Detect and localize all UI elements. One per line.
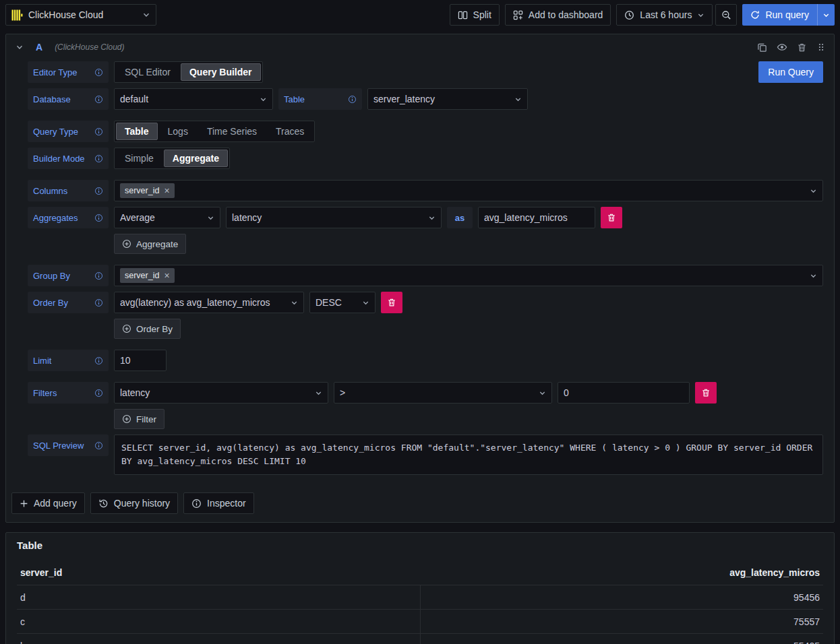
zoom-out-button[interactable] [715, 4, 737, 26]
table-select[interactable]: server_latency [367, 88, 528, 110]
table-cell: d [17, 585, 420, 609]
add-to-dashboard-button[interactable]: Add to dashboard [505, 4, 611, 26]
order-by-label: Order By [28, 292, 109, 313]
info-icon [94, 187, 103, 195]
run-query-split-button: Run query [742, 4, 835, 26]
info-circle-icon [191, 498, 202, 509]
database-select[interactable]: default [114, 88, 273, 110]
limit-label: Limit [28, 350, 109, 371]
sql-preview-text: SELECT server_id, avg(latency) as avg_la… [114, 434, 823, 475]
inspector-button[interactable]: Inspector [183, 492, 254, 514]
selected-column-tag: server_id × [120, 183, 175, 198]
aggregates-label: Aggregates [28, 207, 109, 228]
chevron-down-icon [810, 272, 817, 280]
option-query-builder[interactable]: Query Builder [181, 63, 261, 81]
aggregate-alias-input[interactable] [478, 207, 595, 228]
split-icon [458, 10, 468, 20]
option-sql-editor[interactable]: SQL Editor [116, 63, 179, 81]
add-order-by-button[interactable]: Order By [114, 319, 181, 339]
filters-row: Filters latency > [28, 382, 823, 404]
clickhouse-logo-icon [11, 9, 23, 21]
limit-input[interactable] [114, 350, 167, 371]
plus-circle-icon [122, 414, 131, 424]
toggle-visibility-icon[interactable] [777, 42, 787, 53]
info-icon [94, 356, 103, 365]
chevron-down-icon [142, 11, 150, 19]
option-time-series[interactable]: Time Series [198, 123, 266, 140]
info-icon [94, 154, 103, 163]
remove-tag-icon[interactable]: × [164, 271, 169, 280]
query-history-button[interactable]: Query history [90, 492, 178, 514]
info-icon [94, 95, 103, 104]
limit-row: Limit [28, 350, 823, 371]
run-query-interval-dropdown[interactable] [817, 4, 835, 26]
drag-handle-icon[interactable] [816, 42, 826, 52]
remove-filter-button[interactable] [695, 382, 717, 404]
info-icon [94, 271, 103, 280]
datasource-name: ClickHouse Cloud [28, 9, 137, 20]
add-to-dashboard-label: Add to dashboard [529, 9, 603, 20]
builder-mode-toggle: Simple Aggregate [114, 148, 230, 169]
option-table[interactable]: Table [116, 123, 158, 140]
chevron-down-icon [697, 11, 704, 19]
remove-tag-icon[interactable]: × [164, 186, 169, 195]
time-range-picker[interactable]: Last 6 hours [616, 4, 713, 26]
sql-preview-row: SQL Preview SELECT server_id, avg(latenc… [28, 434, 823, 475]
add-query-button[interactable]: Add query [11, 492, 85, 514]
info-icon [94, 214, 103, 222]
add-aggregate-row: Aggregate [28, 234, 823, 254]
run-query-editor-button[interactable]: Run Query [758, 61, 823, 83]
filters-label: Filters [28, 382, 109, 404]
add-aggregate-button[interactable]: Aggregate [114, 234, 186, 254]
column-header-server-id[interactable]: server_id [17, 560, 420, 585]
aggregate-function-select[interactable]: Average [114, 207, 220, 228]
info-icon [348, 95, 357, 104]
split-button[interactable]: Split [450, 4, 500, 26]
database-label: Database [28, 88, 109, 110]
query-type-row: Query Type Table Logs Time Series Traces [28, 121, 823, 142]
remove-aggregate-button[interactable] [601, 207, 622, 228]
editor-footer: Add query Query history Inspector [6, 492, 834, 514]
selected-group-by-tag: server_id × [120, 268, 175, 283]
filter-operator-select[interactable]: > [334, 382, 552, 404]
filter-column-select[interactable]: latency [114, 382, 328, 404]
datasource-picker[interactable]: ClickHouse Cloud [5, 4, 156, 26]
option-traces[interactable]: Traces [267, 123, 313, 140]
table-cell: 95456 [420, 585, 823, 609]
add-filter-button[interactable]: Filter [114, 409, 164, 429]
option-simple[interactable]: Simple [116, 150, 162, 167]
time-range-label: Last 6 hours [640, 9, 692, 20]
aggregate-column-select[interactable]: latency [226, 207, 442, 228]
option-aggregate[interactable]: Aggregate [164, 150, 228, 167]
filter-value-input[interactable] [558, 382, 690, 404]
info-icon [94, 389, 103, 397]
column-header-avg-latency[interactable]: avg_latency_micros [420, 560, 823, 585]
columns-multiselect[interactable]: server_id × [114, 180, 823, 201]
option-logs[interactable]: Logs [159, 123, 197, 140]
remove-query-icon[interactable] [797, 42, 807, 53]
duplicate-query-icon[interactable] [757, 42, 767, 53]
add-filter-row: Filter [28, 409, 823, 429]
editor-type-toggle: SQL Editor Query Builder [114, 61, 263, 83]
add-order-by-row: Order By [28, 319, 823, 339]
collapse-chevron-icon[interactable] [16, 43, 24, 51]
database-table-row: Database default Table server_latency [28, 88, 823, 110]
run-query-button[interactable]: Run query [742, 4, 817, 26]
editor-type-row: Editor Type SQL Editor Query Builder Run… [28, 61, 823, 83]
chevron-down-icon [428, 214, 436, 222]
chevron-down-icon [362, 299, 369, 307]
query-editor-panel: A (ClickHouse Cloud) Editor Type [5, 34, 835, 523]
clock-icon [624, 10, 634, 20]
dashboard-grid-icon [513, 10, 523, 20]
split-label: Split [473, 9, 491, 20]
order-direction-select[interactable]: DESC [309, 292, 376, 313]
order-by-row: Order By avg(latency) as avg_latency_mic… [28, 292, 823, 313]
editor-type-label: Editor Type [28, 61, 109, 83]
builder-mode-label: Builder Mode [28, 148, 109, 169]
query-row-actions [757, 42, 826, 53]
chevron-down-icon [291, 299, 298, 307]
group-by-multiselect[interactable]: server_id × [114, 265, 823, 286]
chevron-down-icon [810, 187, 817, 195]
order-by-expression-select[interactable]: avg(latency) as avg_latency_micros [114, 292, 304, 313]
remove-order-by-button[interactable] [381, 292, 402, 313]
